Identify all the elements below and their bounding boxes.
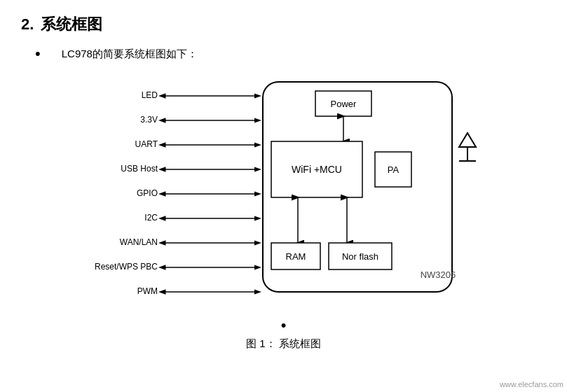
section-number: 2. xyxy=(21,15,34,34)
bullet-dot: • xyxy=(35,46,41,62)
bullet-item: • LC978的简要系统框图如下： xyxy=(35,48,546,62)
svg-text:LED: LED xyxy=(141,90,158,100)
diagram-container: Power WiFi +MCU PA RAM Nor flash NW3206 xyxy=(21,71,546,309)
svg-text:3.3V: 3.3V xyxy=(140,115,158,125)
bullet-text: LC978的简要系统框图如下： xyxy=(62,48,198,61)
svg-text:USB Host: USB Host xyxy=(121,164,158,174)
section-title: 系统框图 xyxy=(41,14,102,35)
svg-text:RAM: RAM xyxy=(285,251,306,262)
watermark: www.elecfans.com xyxy=(500,380,563,388)
svg-text:NW3206: NW3206 xyxy=(420,270,456,280)
svg-text:WiFi +MCU: WiFi +MCU xyxy=(292,164,342,175)
section-heading: 2. 系统框图 xyxy=(21,14,546,35)
figure-caption: 图 1： 系统框图 xyxy=(21,337,546,351)
svg-marker-15 xyxy=(459,133,476,147)
power-label: Power xyxy=(330,99,357,109)
svg-text:GPIO: GPIO xyxy=(136,188,157,198)
svg-text:UART: UART xyxy=(135,139,158,149)
bottom-bullet: • xyxy=(21,316,546,335)
svg-text:PA: PA xyxy=(387,164,399,175)
svg-text:Power: Power xyxy=(330,99,357,109)
svg-text:PWM: PWM xyxy=(137,286,157,296)
svg-text:WAN/LAN: WAN/LAN xyxy=(119,237,157,247)
svg-text:Reset/WPS PBC: Reset/WPS PBC xyxy=(94,262,157,272)
system-block-diagram: Power WiFi +MCU PA RAM Nor flash NW3206 xyxy=(81,71,487,309)
svg-text:I2C: I2C xyxy=(144,213,158,223)
svg-text:Nor flash: Nor flash xyxy=(341,251,378,262)
